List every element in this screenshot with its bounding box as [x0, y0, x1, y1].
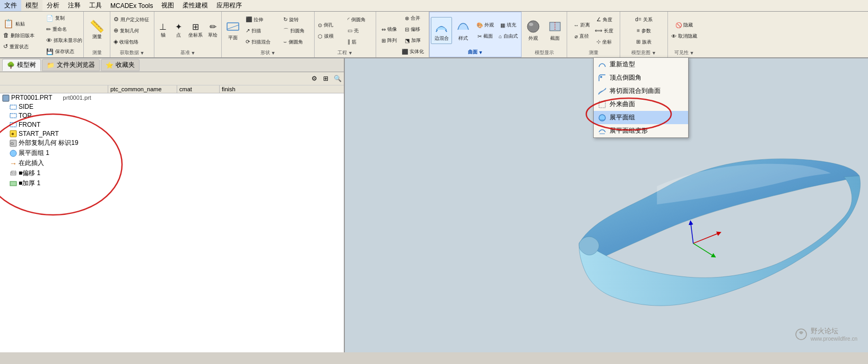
tree-search-button[interactable]: 🔍: [332, 73, 343, 84]
copy-geom-button[interactable]: ⊕ 复制几何: [111, 25, 153, 36]
sketch-button[interactable]: ✏ 草绘: [205, 21, 220, 40]
tree-item-prt0001[interactable]: PRT0001.PRT prt0001.prt: [0, 93, 344, 102]
unhide-button[interactable]: 👁 取消隐藏: [669, 31, 699, 41]
coord-measure-button[interactable]: ⊹ 坐标: [593, 37, 615, 47]
measure-content: 📏 测量: [86, 13, 107, 48]
extrude-button[interactable]: ⬛ 拉伸: [244, 14, 281, 25]
model-section-button[interactable]: 截面: [544, 17, 566, 44]
rename-button[interactable]: ✏ 重命名: [44, 24, 82, 34]
tab-folder-browser[interactable]: 📁 文件夹浏览器: [42, 59, 100, 71]
menu-file[interactable]: 文件: [0, 0, 21, 11]
rib-button[interactable]: ∥ 筋: [345, 37, 375, 47]
model-display-content: 外观 截面: [523, 13, 566, 48]
sweep-round-button[interactable]: ⌒ 扫圆角: [281, 25, 313, 36]
diameter-button[interactable]: ⌀ 直径: [571, 31, 592, 41]
angle-button[interactable]: ∠ 角度: [593, 14, 615, 25]
model-appearance-button[interactable]: 外观: [523, 17, 544, 44]
tab-favorites[interactable]: ⭐ 收藏夹: [101, 59, 140, 71]
tree-item-flatten-group[interactable]: 展平面组 1: [0, 148, 344, 158]
distance-button[interactable]: ↔ 距离: [571, 20, 592, 30]
axis-button[interactable]: ⊥ 轴: [155, 21, 170, 40]
menu-model[interactable]: 模型: [21, 0, 42, 11]
hide-button[interactable]: 🚫 隐藏: [669, 20, 699, 30]
dropdown-item-vertex-round[interactable]: 顶点倒圆角: [594, 71, 688, 84]
tree-settings-button[interactable]: ⚙: [309, 73, 319, 84]
tab-model-tree[interactable]: 🌳 模型树: [2, 59, 41, 71]
draft-button[interactable]: ⬡ 拔模: [316, 31, 345, 41]
ribbon-group-datum: ⊥ 轴 ✦ 点 ⊞ 坐标系 ✏ 草绘 基准 ▼: [154, 12, 222, 57]
coord-button[interactable]: ⊞ 坐标系: [186, 21, 205, 40]
dropdown-item-external-surface[interactable]: 外来曲面: [594, 98, 688, 111]
tree-item-insert-here[interactable]: → 在此插入: [0, 158, 344, 168]
hole-button[interactable]: ⊙ 倒孔: [316, 20, 345, 30]
tree-item-external-geo[interactable]: G 外部复制几何 标识19: [0, 138, 344, 148]
main-content: 🌳 模型树 📁 文件夹浏览器 ⭐ 收藏夹 ⚙ ⊞ 🔍 ptc_common_na…: [0, 58, 868, 352]
plane-button[interactable]: 平面: [223, 18, 243, 44]
sweep-button[interactable]: ↗ 扫描: [244, 25, 281, 36]
merge-button[interactable]: ⊗ 合并: [400, 13, 426, 23]
side-round-button[interactable]: ⌣ 侧圆角: [281, 37, 313, 47]
save-status-button[interactable]: 💾 保存状态: [44, 46, 82, 57]
grab-hidden-button[interactable]: 👁 抓取未显示的: [44, 35, 82, 46]
dropdown-item-reshape[interactable]: 重新造型: [594, 58, 688, 71]
mirror-button[interactable]: ⇔ 镜像: [379, 24, 399, 34]
revolve-icon: ↻: [283, 16, 288, 22]
tree-column-button[interactable]: ⊞: [320, 73, 331, 84]
revolve-button[interactable]: ↻ 旋转: [281, 14, 313, 25]
freeform-button[interactable]: ⌂ 自由式: [497, 31, 520, 41]
reset-status-button[interactable]: ↺ 重置状态: [1, 41, 44, 52]
menu-applications[interactable]: 应用程序: [212, 0, 246, 11]
fill-button[interactable]: ▦ 填充: [497, 20, 520, 30]
offset-button[interactable]: ⊟ 偏移: [400, 24, 426, 34]
menu-view[interactable]: 视图: [157, 0, 178, 11]
dropdown-item-flatten-deform[interactable]: 展平面组变形: [594, 124, 688, 137]
menu-tools[interactable]: 工具: [85, 0, 106, 11]
family-table-button[interactable]: ⊞ 族表: [633, 37, 654, 47]
appearance-button[interactable]: 🎨 外观: [474, 20, 496, 30]
sweep-blend-button[interactable]: ⟳ 扫描混合: [244, 37, 281, 47]
tree-item-start-part[interactable]: ✱ START_PART: [0, 129, 344, 138]
coord-measure-icon: ⊹: [596, 39, 601, 45]
tree-item-side[interactable]: SIDE: [0, 102, 344, 111]
menu-annotation[interactable]: 注释: [64, 0, 85, 11]
menu-flexible-modeling[interactable]: 柔性建模: [178, 0, 212, 11]
delete-old-button[interactable]: 🗑 删除旧版本: [1, 30, 44, 41]
tree-item-offset[interactable]: ■偏移 1: [0, 168, 344, 178]
user-defined-feature-button[interactable]: ⚙ 用户定义特征: [111, 14, 153, 25]
length-button[interactable]: ⟺ 长度: [593, 25, 615, 36]
section-button[interactable]: ✂ 截面: [474, 31, 496, 41]
datum-label[interactable]: 基准 ▼: [180, 49, 196, 56]
shape-label[interactable]: 形状 ▼: [261, 49, 276, 56]
tree-item-top[interactable]: TOP: [0, 111, 344, 120]
ribbon-toolbar: 📋 粘贴 🗑 删除旧版本 ↺ 重置状态 📄 复制: [0, 12, 868, 58]
tree-item-front[interactable]: FRONT: [0, 120, 344, 129]
axis-icon: ⊥: [159, 23, 167, 31]
thicken-button[interactable]: ⬔ 加厚: [400, 35, 426, 46]
visibility-label[interactable]: 可见性 ▼: [674, 49, 695, 56]
style-button[interactable]: 样式: [453, 17, 474, 44]
eng-label[interactable]: 工程 ▼: [337, 49, 353, 56]
measure-button[interactable]: 📏 测量: [86, 19, 107, 42]
diameter-icon: ⌀: [575, 33, 578, 39]
param-button[interactable]: ≡ 参数: [633, 25, 654, 36]
length-icon: ⟺: [595, 28, 602, 33]
paste-button[interactable]: 📋 粘贴: [1, 18, 44, 30]
menu-mcadex[interactable]: MCADEx Tools: [106, 1, 157, 11]
edge-blend-button[interactable]: 边混合: [431, 17, 452, 44]
shell-button[interactable]: ▭ 壳: [345, 25, 375, 36]
solidify-button[interactable]: ⬛ 实体化: [400, 46, 426, 57]
dropdown-item-flatten-group[interactable]: 展平面组: [594, 111, 688, 124]
relation-button[interactable]: d= 关系: [633, 14, 654, 25]
merge-icon: ⊗: [405, 15, 409, 21]
getdata-label[interactable]: 获取数据 ▼: [120, 49, 145, 56]
tree-item-thicken[interactable]: ■加厚 1: [0, 178, 344, 188]
menu-analysis[interactable]: 分析: [42, 0, 64, 11]
round-button[interactable]: ◜ 倒圆角: [345, 14, 375, 25]
copy-button[interactable]: 📄 复制: [44, 13, 82, 23]
surface-label[interactable]: 曲面 ▼: [468, 49, 483, 56]
point-button[interactable]: ✦ 点: [171, 21, 186, 40]
model-intent-label[interactable]: 模型意图 ▼: [631, 49, 656, 56]
pattern-button[interactable]: ⊞ 阵列: [379, 35, 399, 46]
dropdown-item-blend-surface[interactable]: 将切面混合到曲面: [594, 84, 688, 98]
shrinkwrap-button[interactable]: ◈ 收缩包络: [111, 37, 153, 47]
